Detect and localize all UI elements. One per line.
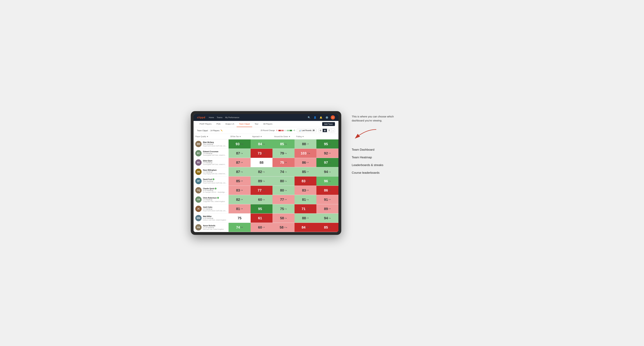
score-value: 58	[280, 216, 284, 220]
table-row[interactable]: DFDavid Ford✓Plus HandicapRoyal North De…	[194, 176, 338, 186]
col-header-putting[interactable]: Putting ▼	[294, 135, 316, 138]
score-cell: 801▲	[272, 186, 294, 195]
player-handicap: Plus Handicap	[203, 143, 227, 145]
score-cell: 975▲	[316, 158, 338, 167]
player-cell[interactable]: DBDave Billingham1-5 HandicapGog Magog G…	[194, 167, 228, 176]
player-name: Blair McHarg	[203, 141, 227, 143]
view-toggle-list[interactable]: ☰	[327, 129, 332, 132]
score-cell: 923▼	[316, 149, 338, 158]
annotation-arrow	[352, 128, 380, 142]
col-header-around-green[interactable]: Around the Green ▼	[272, 135, 294, 138]
score-cell: 753▼	[272, 158, 294, 167]
score-change: 1▲	[284, 171, 287, 173]
score-cell: 853▼	[294, 167, 316, 176]
player-cell[interactable]: JCJosh Coles1-5 HandicapRoyal North Devo…	[194, 204, 228, 213]
pipe-separator: |	[209, 130, 209, 132]
score-value: 95	[258, 207, 262, 211]
user-icon[interactable]: 👤	[313, 115, 317, 120]
last-rounds-button[interactable]: 📊 Last Rounds: 20	[297, 129, 316, 132]
player-avatar: BM	[195, 141, 202, 147]
table-row[interactable]: BMBlair McHargPlus HandicapRoyal North D…	[194, 140, 338, 149]
score-cell: 873▼	[228, 158, 250, 167]
score-value: 73	[258, 151, 262, 155]
score-value: 85	[236, 179, 240, 183]
player-count: 14 Players	[210, 130, 220, 132]
player-cell[interactable]: ECEdward Crossman1-5 HandicapSunningdale…	[194, 149, 228, 158]
score-value: 82	[236, 198, 240, 202]
score-value: 94	[324, 170, 328, 174]
heat-seg-3	[284, 130, 286, 131]
score-change: 3▼	[240, 180, 243, 182]
score-change: 1▲	[284, 189, 287, 191]
player-cell[interactable]: MMMatt Miller6-10 HandicapWoburn Golf Cl…	[194, 213, 228, 223]
table-row[interactable]: CRChris Robertson✓1-5 HandicapCraigmilla…	[194, 195, 338, 204]
score-cell: 959▲	[316, 140, 338, 149]
nav-link-my-performance[interactable]: My Performance	[225, 116, 240, 119]
table-row[interactable]: JCJosh Coles1-5 HandicapRoyal North Devo…	[194, 204, 338, 213]
player-info: Elliot Ebert1-5 HandicapSunningdale Golf…	[203, 160, 227, 165]
player-cell[interactable]: CQCharlie Quick✓6-10 HandicapSt. George'…	[194, 186, 228, 195]
table-row[interactable]: ECEdward Crossman1-5 HandicapSunningdale…	[194, 149, 338, 158]
secondary-nav-tabs: PGAT Players PGA Hcaps 1-5 Team Clippd T…	[197, 121, 275, 127]
add-team-button[interactable]: Add Team	[322, 122, 335, 126]
nav-links: Home Teams My Performance	[209, 116, 304, 119]
score-cell: 814▲	[294, 195, 316, 204]
score-value: 96	[324, 179, 328, 183]
player-cell[interactable]: BMBlair McHargPlus HandicapRoyal North D…	[194, 140, 228, 149]
score-cell: 93+4▲	[228, 140, 250, 149]
score-cell: 584▲	[272, 213, 294, 223]
nav-link-home[interactable]: Home	[209, 116, 214, 119]
score-cell: 75	[228, 213, 250, 223]
tablet-frame: clippd Home Teams My Performance 🔍 👤 🔔 ⚙…	[191, 111, 341, 235]
table-body: BMBlair McHargPlus HandicapRoyal North D…	[194, 140, 338, 232]
score-cell: 854▼	[316, 223, 338, 232]
player-avatar: AN	[195, 224, 202, 230]
nav-link-teams[interactable]: Teams	[217, 116, 222, 119]
player-cell[interactable]: DFDavid Ford✓Plus HandicapRoyal North De…	[194, 176, 228, 185]
last-rounds-value: 20	[312, 130, 314, 131]
player-cell[interactable]: ANAaron Nicholls11-15 HandicapDrift Golf…	[194, 223, 228, 232]
view-toggle-sort[interactable]: ↕	[332, 129, 335, 132]
score-cell: 866▼	[294, 158, 316, 167]
score-cell: 803▲	[272, 176, 294, 185]
bell-icon[interactable]: 🔔	[319, 115, 323, 120]
table-row[interactable]: EEElliot Ebert1-5 HandicapSunningdale Go…	[194, 158, 338, 167]
score-cell: 741▲	[272, 167, 294, 176]
col-header-approach[interactable]: Approach ▼	[250, 135, 273, 138]
score-change: 6▲	[262, 143, 265, 145]
secondary-nav: PGAT Players PGA Hcaps 1-5 Team Clippd T…	[194, 121, 338, 127]
tab-all-players[interactable]: All Players	[261, 121, 275, 127]
score-value: 77	[280, 198, 284, 202]
score-cell: 874▲	[228, 167, 250, 176]
table-row[interactable]: DBDave Billingham1-5 HandicapGog Magog G…	[194, 167, 338, 176]
player-cell[interactable]: CRChris Robertson✓1-5 HandicapCraigmilla…	[194, 195, 228, 204]
tab-pga[interactable]: PGA	[214, 121, 223, 127]
score-value: 85	[280, 142, 284, 146]
player-cell[interactable]: EEElliot Ebert1-5 HandicapSunningdale Go…	[194, 158, 228, 167]
annotation-items: Team Dashboard Team Heatmap Leaderboards…	[352, 146, 404, 177]
search-icon[interactable]: 🔍	[307, 115, 311, 120]
player-avatar: EC	[195, 150, 202, 156]
score-change: 8▲	[262, 208, 265, 210]
tab-pgat-players[interactable]: PGAT Players	[197, 121, 214, 127]
player-avatar: EE	[195, 159, 202, 166]
table-row[interactable]: MMMatt Miller6-10 HandicapWoburn Golf Cl…	[194, 213, 338, 223]
tab-tour[interactable]: Tour	[252, 121, 261, 127]
score-cell: 868▼	[316, 186, 338, 195]
player-club: Royal North Devon Golf Club, United King…	[203, 145, 227, 147]
score-value: 75	[238, 216, 242, 220]
score-value: 84	[302, 225, 306, 229]
score-value: 92	[324, 151, 328, 155]
view-toggle-heatmap[interactable]: ▦	[323, 129, 327, 132]
table-row[interactable]: ANAaron Nicholls11-15 HandicapDrift Golf…	[194, 223, 338, 232]
score-value: 103	[301, 151, 306, 155]
tab-hcaps[interactable]: Hcaps 1-5	[223, 121, 236, 127]
table-row[interactable]: CQCharlie Quick✓6-10 HandicapSt. George'…	[194, 186, 338, 195]
col-header-off-tee[interactable]: Off the Tee ▼	[228, 135, 250, 138]
annotation-item-leaderboards: Leaderboards & streaks	[352, 161, 404, 169]
settings-icon[interactable]: ⚙️	[325, 115, 329, 120]
edit-icon[interactable]: ✏️	[220, 130, 222, 131]
view-toggle-grid[interactable]: ⊞	[318, 129, 323, 132]
tab-team-clippd[interactable]: Team Clippd	[236, 121, 252, 127]
avatar[interactable]: U	[331, 115, 335, 120]
